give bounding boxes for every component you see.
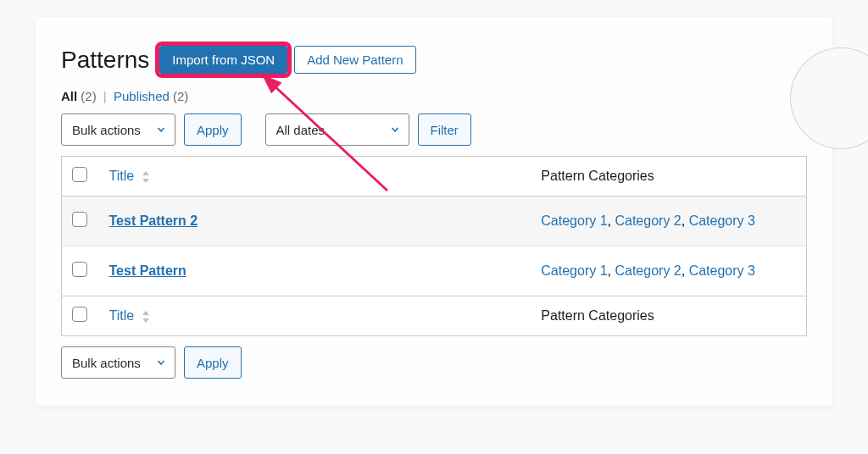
tablenav-top: Bulk actions Apply All dates Filter: [61, 114, 807, 146]
column-footer-categories: Pattern Categories: [531, 296, 806, 336]
sort-icon: [142, 310, 150, 324]
column-header-title[interactable]: Title: [99, 157, 531, 197]
category-link[interactable]: Category 3: [689, 263, 755, 278]
page-title: Patterns: [61, 47, 149, 74]
add-new-pattern-button[interactable]: Add New Pattern: [294, 46, 415, 74]
select-all-checkbox-footer[interactable]: [72, 307, 87, 322]
category-link[interactable]: Category 2: [615, 263, 681, 278]
admin-panel: Patterns Import from JSON Add New Patter…: [36, 17, 832, 406]
bulk-apply-button[interactable]: Apply: [184, 114, 242, 146]
table-row: Test Pattern 2Category 1, Category 2, Ca…: [62, 197, 807, 246]
row-categories: Category 1, Category 2, Category 3: [531, 197, 806, 246]
sort-icon: [142, 170, 150, 184]
row-title-link[interactable]: Test Pattern 2: [109, 213, 198, 228]
import-from-json-button[interactable]: Import from JSON: [159, 46, 287, 74]
select-all-checkbox[interactable]: [72, 167, 87, 182]
column-header-categories: Pattern Categories: [531, 157, 806, 197]
bulk-apply-button-bottom[interactable]: Apply: [184, 346, 242, 379]
bulk-actions-select[interactable]: Bulk actions: [61, 114, 175, 146]
category-link[interactable]: Category 2: [615, 213, 681, 228]
category-link[interactable]: Category 3: [689, 213, 755, 228]
status-filter-row: All (2) | Published (2): [61, 89, 807, 103]
date-filter-select[interactable]: All dates: [265, 114, 409, 146]
separator: |: [103, 89, 107, 103]
column-footer-title[interactable]: Title: [99, 296, 531, 336]
bulk-actions-select-bottom[interactable]: Bulk actions: [61, 346, 175, 379]
view-published-link[interactable]: Published (2): [114, 89, 188, 103]
patterns-table: Title Pattern Categories Test Pattern 2C…: [61, 156, 807, 336]
row-checkbox[interactable]: [72, 262, 87, 277]
category-link[interactable]: Category 1: [541, 263, 607, 278]
table-row: Test PatternCategory 1, Category 2, Cate…: [62, 246, 807, 296]
header-row: Patterns Import from JSON Add New Patter…: [61, 46, 807, 74]
row-categories: Category 1, Category 2, Category 3: [531, 246, 806, 296]
row-title-link[interactable]: Test Pattern: [109, 263, 186, 278]
tablenav-bottom: Bulk actions Apply: [61, 346, 807, 379]
date-filter-button[interactable]: Filter: [418, 114, 471, 146]
category-link[interactable]: Category 1: [541, 213, 607, 228]
view-all-link[interactable]: All (2): [61, 89, 97, 103]
row-checkbox[interactable]: [72, 212, 87, 227]
